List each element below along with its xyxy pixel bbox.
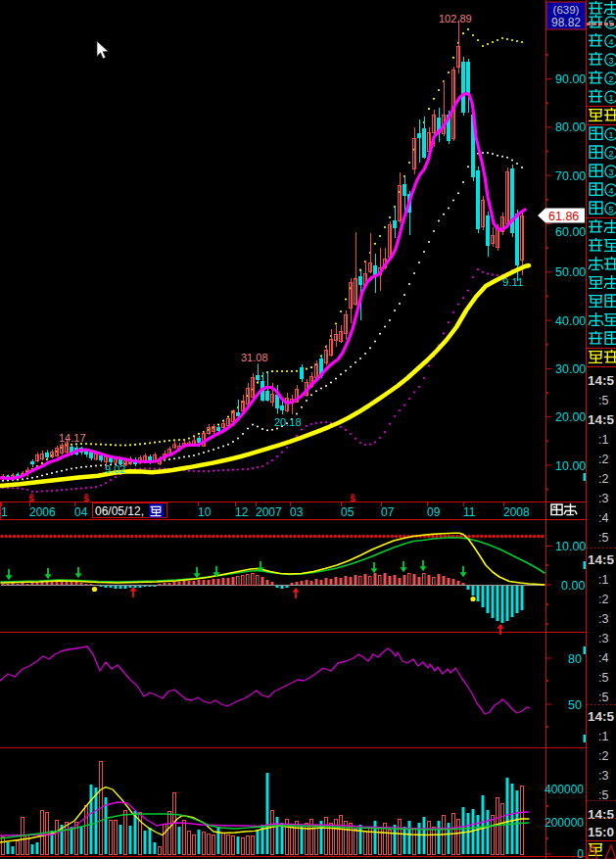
svg-text::4: :4 [598, 511, 608, 525]
svg-text:0.00: 0.00 [561, 579, 585, 593]
svg-text:2008: 2008 [503, 505, 530, 519]
svg-text:80: 80 [568, 652, 582, 666]
svg-text::3: :3 [598, 769, 608, 783]
svg-text:14:5: 14:5 [588, 552, 615, 567]
svg-text::3: :3 [598, 632, 608, 645]
svg-text::5: :5 [598, 788, 608, 802]
svg-text::3: :3 [598, 612, 608, 626]
svg-text:05: 05 [341, 505, 355, 519]
svg-text::2: :2 [598, 749, 608, 763]
svg-text:1: 1 [1, 505, 8, 519]
svg-text:90.00: 90.00 [555, 72, 586, 86]
svg-text:2: 2 [608, 74, 613, 84]
svg-text::5: :5 [598, 691, 608, 704]
svg-text:50.00: 50.00 [555, 265, 586, 279]
svg-text:30.00: 30.00 [555, 362, 586, 376]
svg-text:2: 2 [608, 149, 613, 159]
svg-text:14.17: 14.17 [59, 432, 86, 444]
svg-text:20.18: 20.18 [274, 416, 302, 428]
svg-text:0: 0 [577, 847, 584, 859]
svg-text::3: :3 [598, 492, 608, 505]
svg-text::2: :2 [598, 593, 608, 606]
svg-text:4: 4 [608, 37, 613, 47]
svg-text:400000: 400000 [545, 783, 584, 796]
svg-text:06/05/12,: 06/05/12, [95, 504, 144, 518]
svg-text:4: 4 [608, 186, 613, 196]
svg-text:14:5: 14:5 [588, 412, 615, 427]
svg-text:ŝ: ŝ [28, 492, 34, 503]
svg-text:11: 11 [463, 505, 476, 519]
svg-text:10.00: 10.00 [555, 459, 586, 473]
svg-text:2006: 2006 [29, 505, 56, 519]
svg-text:31.08: 31.08 [241, 352, 268, 363]
svg-text::5: :5 [598, 671, 608, 685]
svg-text:200000: 200000 [545, 816, 584, 830]
svg-text::1: :1 [598, 433, 608, 447]
svg-text:80.00: 80.00 [555, 120, 586, 134]
svg-text:40.00: 40.00 [555, 314, 586, 328]
svg-text:14:5: 14:5 [588, 709, 615, 724]
svg-text:50: 50 [568, 698, 582, 712]
svg-text:04: 04 [74, 505, 88, 519]
svg-text::2: :2 [598, 472, 608, 486]
svg-text::5: :5 [598, 394, 608, 407]
svg-text:07: 07 [381, 505, 395, 519]
svg-text:(639): (639) [553, 4, 580, 16]
svg-text:98.82: 98.82 [551, 16, 581, 29]
svg-text:1: 1 [608, 93, 613, 103]
svg-text::5: :5 [598, 531, 608, 545]
svg-text:12: 12 [235, 505, 249, 519]
svg-text:20.00: 20.00 [555, 410, 586, 424]
svg-text:3: 3 [608, 167, 613, 177]
svg-text::4: :4 [598, 651, 608, 665]
svg-text:ŝ: ŝ [83, 492, 89, 503]
svg-text::2: :2 [598, 453, 608, 466]
svg-text:9.11: 9.11 [502, 276, 524, 288]
svg-text:3: 3 [608, 56, 613, 66]
svg-text:9.02: 9.02 [105, 463, 125, 475]
svg-text:ŝ: ŝ [350, 492, 355, 503]
svg-text:14:5: 14:5 [588, 807, 615, 822]
svg-text:60.00: 60.00 [555, 225, 586, 239]
svg-text::1: :1 [598, 730, 608, 743]
svg-text:5: 5 [608, 205, 613, 215]
svg-text:2007: 2007 [256, 505, 282, 519]
svg-text:03: 03 [290, 505, 304, 519]
svg-text:10: 10 [198, 505, 212, 519]
svg-text:10.00: 10.00 [555, 540, 586, 553]
svg-text::1: :1 [598, 573, 608, 587]
svg-text:1: 1 [608, 130, 613, 140]
svg-text:70.00: 70.00 [555, 169, 586, 183]
svg-text:61.86: 61.86 [548, 210, 579, 223]
svg-text:09: 09 [427, 505, 441, 519]
svg-text:14:5: 14:5 [588, 373, 615, 388]
svg-text:15:0: 15:0 [588, 825, 614, 839]
svg-text:102.89: 102.89 [439, 13, 472, 24]
